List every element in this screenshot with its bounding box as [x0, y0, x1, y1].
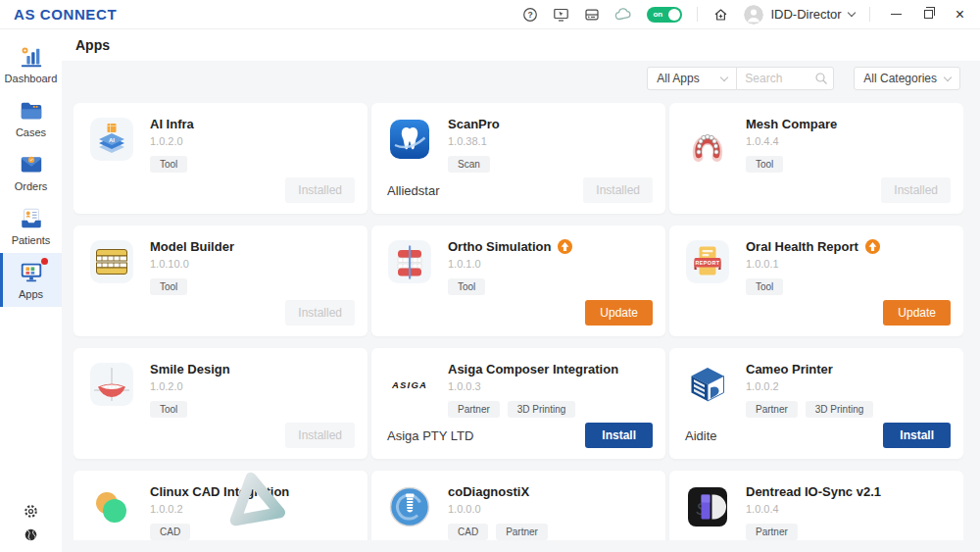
app-scope-select[interactable]: All Apps [647, 67, 737, 90]
card-header: Ortho Simulation 1.0.1.0 Tool [371, 226, 665, 295]
sidebar-item-label: Cases [16, 126, 46, 138]
help-icon[interactable]: ? [522, 7, 538, 23]
restore-button[interactable] [924, 10, 933, 19]
sidebar-item-orders[interactable]: Orders [0, 145, 62, 199]
installed-button[interactable]: Installed [285, 423, 355, 448]
app-info: Oral Health Report 1.0.0.1 Tool [746, 239, 880, 295]
app-info: Mesh Compare 1.0.4.4 Tool [746, 117, 837, 173]
app-tag: Tool [150, 401, 187, 418]
app-vendor: Asiga PTY LTD [387, 428, 473, 443]
search-icon [814, 72, 828, 85]
card-header: Smile Design 1.0.2.0 Tool [74, 348, 368, 418]
app-name: Cameo Printer [746, 362, 833, 376]
card-footer: Update [387, 300, 653, 326]
installed-button[interactable]: Installed [285, 300, 355, 326]
settings-icon[interactable] [24, 504, 38, 519]
screen-share-icon[interactable] [553, 7, 569, 23]
app-card[interactable]: AI AI Infra 1.0.2.0 Tool Installed [74, 103, 368, 214]
update-available-icon [865, 239, 880, 254]
app-tag: Partner [746, 401, 798, 418]
storage-icon[interactable] [584, 7, 600, 23]
search-filter-group: All Apps [647, 67, 834, 90]
app-version: 1.0.0.1 [746, 258, 880, 270]
app-card[interactable]: S Dentread IO-Sync v2.1 1.0.0.4 Partner [669, 471, 963, 540]
installed-button[interactable]: Installed [583, 177, 653, 203]
sidebar-item-label: Patients [12, 234, 51, 246]
apps-grid[interactable]: AI AI Infra 1.0.2.0 Tool Installed ScanP… [74, 103, 963, 540]
update-button[interactable]: Update [883, 300, 951, 326]
category-value: All Categories [863, 72, 937, 85]
close-button[interactable]: × [956, 7, 964, 23]
app-name: coDiagnostiX [448, 484, 529, 499]
app-version: 1.0.2.0 [150, 135, 194, 147]
top-bar: AS CONNECT ? on IDD-Director × [0, 0, 980, 29]
patients-icon [19, 206, 44, 231]
apps-icon [19, 260, 44, 285]
update-button[interactable]: Update [585, 300, 653, 326]
sidebar-item-cases[interactable]: Cases [0, 91, 62, 145]
app-tag: Tool [150, 156, 187, 173]
install-button[interactable]: Install [585, 423, 653, 448]
app-version: 1.0.2.0 [150, 380, 230, 392]
oral-health-report-icon: REPORT [685, 239, 730, 284]
app-card[interactable]: Ortho Simulation 1.0.1.0 Tool Update [371, 226, 665, 336]
app-card-row: Model Builder 1.0.10.0 Tool Installed Or… [74, 226, 963, 336]
install-button[interactable]: Install [883, 423, 951, 448]
language-icon[interactable] [24, 527, 38, 542]
sidebar-item-dashboard[interactable]: Dashboard [0, 37, 62, 91]
app-card[interactable]: Cameo Printer 1.0.0.2 Partner3D Printing… [669, 348, 963, 459]
category-select[interactable]: All Categories [854, 67, 960, 90]
app-vendor: Alliedstar [387, 183, 439, 198]
app-card[interactable]: REPORT Oral Health Report 1.0.0.1 Tool U… [669, 226, 963, 336]
chevron-down-icon [720, 74, 728, 81]
installed-button[interactable]: Installed [881, 177, 951, 203]
avatar [744, 5, 763, 25]
home-icon[interactable] [712, 7, 729, 23]
card-header: Model Builder 1.0.10.0 Tool [74, 226, 368, 295]
toggle-state-label: on [653, 10, 662, 19]
app-window: AS CONNECT ? on IDD-Director × [0, 0, 980, 552]
app-card[interactable]: ASIGA Asiga Composer Integration 1.0.0.3… [371, 348, 665, 459]
app-vendor: Aidite [685, 428, 717, 443]
card-footer: Installed [89, 423, 355, 448]
card-footer: Update [685, 300, 951, 326]
asiga-icon: ASIGA [387, 362, 432, 407]
app-card[interactable]: Clinux CAD Integration 1.0.0.2 CAD [74, 471, 368, 540]
app-card[interactable]: coDiagnostiX 1.0.0.0 CADPartner [371, 471, 665, 540]
app-card[interactable]: Smile Design 1.0.2.0 Tool Installed [74, 348, 368, 459]
app-card[interactable]: ScanPro 1.0.38.1 Scan Alliedstar Install… [371, 103, 665, 214]
app-version: 1.0.38.1 [448, 135, 500, 147]
svg-text:?: ? [528, 10, 533, 20]
app-tags: Tool [746, 278, 880, 295]
card-footer: Installed [89, 177, 355, 203]
card-header: AI AI Infra 1.0.2.0 Tool [74, 103, 368, 173]
sidebar-item-label: Orders [15, 180, 48, 192]
app-card[interactable]: Model Builder 1.0.10.0 Tool Installed [74, 226, 368, 336]
search-box [736, 67, 834, 90]
app-name: AI Infra [150, 117, 194, 131]
app-name: Dentread IO-Sync v2.1 [746, 484, 881, 499]
card-header: Mesh Compare 1.0.4.4 Tool [669, 103, 963, 173]
app-info: Ortho Simulation 1.0.1.0 Tool [448, 239, 572, 295]
divider [869, 7, 870, 22]
app-tags: Partner3D Printing [746, 401, 873, 418]
cloud-sync-icon[interactable] [614, 7, 632, 23]
app-tag: Partner [496, 524, 548, 540]
scanpro-icon [387, 117, 432, 162]
app-info: AI Infra 1.0.2.0 Tool [150, 117, 194, 173]
app-tag: CAD [150, 524, 190, 540]
app-card[interactable]: Mesh Compare 1.0.4.4 Tool Installed [669, 103, 963, 214]
sidebar-nav: Dashboard Cases Orders Patients Apps [0, 29, 62, 307]
app-version: 1.0.0.2 [746, 380, 873, 392]
cloud-sync-toggle[interactable]: on [647, 7, 682, 23]
app-info: Clinux CAD Integration 1.0.0.2 CAD [150, 484, 289, 540]
app-name: Oral Health Report [746, 239, 858, 254]
card-header: coDiagnostiX 1.0.0.0 CADPartner [371, 471, 665, 540]
sidebar-item-patients[interactable]: Patients [0, 199, 62, 253]
installed-button[interactable]: Installed [285, 177, 355, 203]
sidebar-item-apps[interactable]: Apps [0, 253, 62, 307]
app-name: Clinux CAD Integration [150, 484, 289, 499]
user-menu[interactable]: IDD-Director [744, 5, 854, 25]
app-tags: Partner [746, 524, 881, 540]
minimize-button[interactable] [891, 14, 902, 16]
